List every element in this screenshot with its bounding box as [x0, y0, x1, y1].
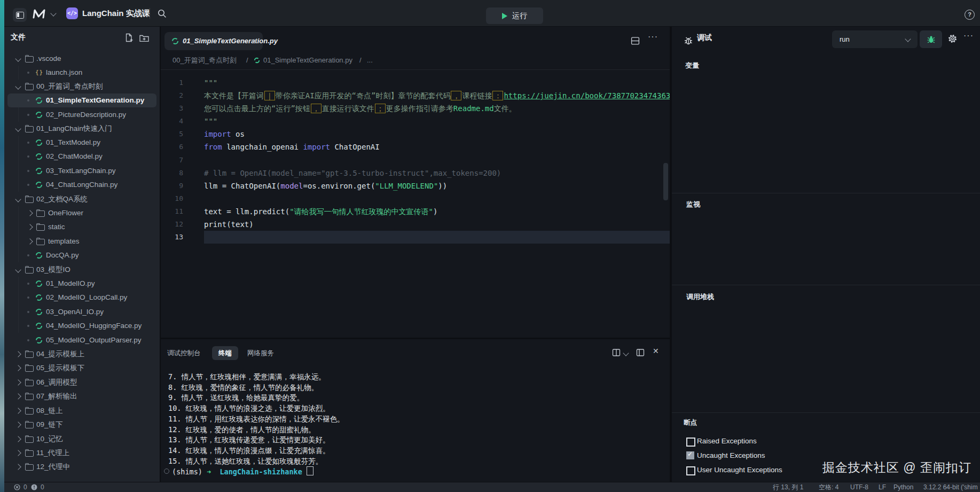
- editor-scrollbar[interactable]: [663, 163, 668, 200]
- tree-item-folder[interactable]: 03_模型IO: [4, 263, 160, 277]
- tree-item-file[interactable]: 04_ModelIO_HuggingFace.py: [4, 319, 160, 333]
- status-encoding[interactable]: UTF-8: [850, 482, 868, 492]
- section-breakpoints[interactable]: 断点: [684, 418, 697, 427]
- breadcrumb-more[interactable]: ...: [367, 51, 373, 69]
- git-dot: [27, 184, 29, 186]
- python-file-icon: [35, 337, 43, 344]
- tree-item-folder[interactable]: 05_提示模板下: [4, 361, 160, 375]
- folder-icon: [25, 267, 34, 274]
- section-variables[interactable]: 变量: [685, 61, 699, 71]
- tree-item-file[interactable]: {}launch.json: [4, 66, 160, 80]
- help-icon[interactable]: ?: [965, 10, 975, 20]
- python-file-icon: [35, 153, 43, 160]
- breakpoint-row[interactable]: Raised Exceptions: [672, 436, 980, 447]
- new-file-icon[interactable]: [124, 33, 133, 42]
- tree-item-file[interactable]: DocQA.py: [4, 248, 160, 262]
- split-terminal-icon[interactable]: [612, 348, 621, 357]
- status-interpreter[interactable]: 3.12.2 64-bit ('shim: [923, 482, 978, 492]
- breadcrumb-file[interactable]: 01_SimpleTextGeneration.py: [263, 51, 352, 69]
- tree-item-folder[interactable]: templates: [4, 235, 160, 248]
- tree-item-folder[interactable]: 01_LangChain快速入门: [4, 122, 160, 136]
- tree-item-file[interactable]: 02_PictureDescription.py: [4, 108, 160, 122]
- tree-item-folder[interactable]: 12_代理中: [4, 460, 160, 474]
- tab-close-icon[interactable]: ✕: [253, 32, 258, 50]
- close-panel-icon[interactable]: ✕: [653, 347, 659, 355]
- folder-icon: [25, 352, 34, 358]
- terminal-chevron-down-icon[interactable]: [623, 350, 629, 356]
- terminal-line: 13. 情人节，红玫瑰传递爱意，让爱情更加美好。: [168, 434, 330, 445]
- folder-icon: [36, 224, 45, 231]
- code-line: 12print(text): [161, 218, 670, 231]
- code-line: 2本文件是【开篇词｜带你亲证AI应用开发的“奇点”时刻】章节的配套代码，课程链接…: [161, 89, 670, 102]
- breadcrumb-folder[interactable]: 00_开篇词_奇点时刻: [173, 51, 237, 69]
- python-file-icon: [35, 322, 43, 330]
- tree-item-file[interactable]: 03_OpenAI_IO.py: [4, 305, 160, 319]
- run-button[interactable]: 运行: [486, 7, 543, 24]
- tab-terminal[interactable]: 终端: [212, 346, 238, 360]
- app-logo-icon[interactable]: [32, 7, 47, 19]
- code-line: 11text = llm.predict("请给我写一句情人节红玫瑰的中文宣传语…: [161, 205, 670, 218]
- tree-item-file-selected[interactable]: 01_SimpleTextGeneration.py: [4, 93, 160, 107]
- git-dot: [27, 170, 29, 172]
- terminal-line: 11. 情人节，用红玫瑰表达你的深情，让爱永不褪色。: [168, 413, 344, 424]
- checkbox-checked: [686, 451, 694, 459]
- split-editor-icon[interactable]: [631, 36, 640, 45]
- git-dot: [27, 99, 29, 101]
- tree-item-file[interactable]: 05_ModelIO_OutputParser.py: [4, 333, 160, 347]
- tree-item-folder[interactable]: OneFlower: [4, 206, 160, 220]
- start-debug-button[interactable]: [920, 30, 942, 48]
- tree-item-file[interactable]: 03_TextLangChain.py: [4, 164, 160, 178]
- logo-chevron-down-icon[interactable]: [50, 10, 56, 16]
- terminal-prompt[interactable]: (shims) ➜ LangChain-shizhanke: [172, 466, 313, 477]
- status-line-col[interactable]: 行 13, 列 1: [773, 482, 803, 492]
- warnings-icon[interactable]: [31, 482, 37, 492]
- tree-item-file[interactable]: 02_ChatModel.py: [4, 150, 160, 163]
- tree-item-file[interactable]: 02_ModelIO_LoopCall.py: [4, 291, 160, 304]
- editor-tab[interactable]: 01_SimpleTextGeneration.py ✕: [164, 32, 263, 50]
- section-callstack[interactable]: 调用堆栈: [686, 292, 714, 302]
- status-language[interactable]: Python: [893, 482, 913, 492]
- tree-item-file[interactable]: 01_TextModel.py: [4, 136, 160, 150]
- tree-item-file[interactable]: 01_ModelIO.py: [4, 277, 160, 291]
- python-file-icon: [35, 181, 43, 189]
- git-dot: [27, 114, 29, 116]
- section-divider: [672, 193, 980, 193]
- panel-layout-icon[interactable]: [636, 348, 645, 357]
- code-line: 3您可以点击最上方的“运行”按钮，直接运行该文件；更多操作指引请参考Readme…: [161, 102, 670, 115]
- debug-more-actions-icon[interactable]: ···: [963, 31, 974, 41]
- tree-item-folder[interactable]: 08_链上: [4, 404, 160, 418]
- tree-item-folder[interactable]: .vscode: [4, 52, 160, 66]
- tree-item-folder[interactable]: 10_记忆: [4, 432, 160, 446]
- tree-item-folder[interactable]: 06_调用模型: [4, 376, 160, 389]
- status-spaces[interactable]: 空格: 4: [819, 482, 838, 492]
- editor-more-actions-icon[interactable]: ···: [648, 32, 658, 42]
- status-eol[interactable]: LF: [879, 482, 886, 492]
- code-line: 5import os: [161, 128, 670, 140]
- breadcrumb: 00_开篇词_奇点时刻 / 01_SimpleTextGeneration.py…: [161, 51, 670, 70]
- tree-item-folder[interactable]: 02_文档QA系统: [4, 192, 160, 206]
- debug-settings-gear-icon[interactable]: [947, 34, 958, 44]
- debug-config-dropdown[interactable]: run: [832, 30, 918, 48]
- tree-item-folder[interactable]: 00_开篇词_奇点时刻: [4, 80, 160, 93]
- folder-icon: [25, 126, 34, 132]
- tree-item-folder[interactable]: 11_代理上: [4, 446, 160, 460]
- tree-item-file[interactable]: 04_ChatLongChain.py: [4, 178, 160, 192]
- tab-debug-console[interactable]: 调试控制台: [167, 346, 201, 360]
- debug-config-value: run: [840, 30, 850, 48]
- tree-item-folder[interactable]: 07_解析输出: [4, 389, 160, 403]
- folder-icon: [25, 197, 34, 203]
- tree-item-folder[interactable]: 09_链下: [4, 418, 160, 432]
- folder-icon: [25, 84, 34, 90]
- search-icon[interactable]: [157, 9, 167, 18]
- new-folder-icon[interactable]: [139, 34, 149, 42]
- tab-network[interactable]: 网络服务: [247, 346, 274, 360]
- sidebar-toggle-icon[interactable]: [13, 8, 27, 22]
- code-link[interactable]: https://juejin.cn/book/73877023474363613: [504, 91, 684, 100]
- tree-item-folder[interactable]: static: [4, 220, 160, 234]
- play-icon: [502, 13, 507, 19]
- section-divider: [672, 412, 980, 413]
- folder-icon: [25, 450, 34, 457]
- tree-item-folder[interactable]: 04_提示模板上: [4, 347, 160, 361]
- section-watch[interactable]: 监视: [686, 200, 700, 209]
- errors-icon[interactable]: [14, 482, 20, 492]
